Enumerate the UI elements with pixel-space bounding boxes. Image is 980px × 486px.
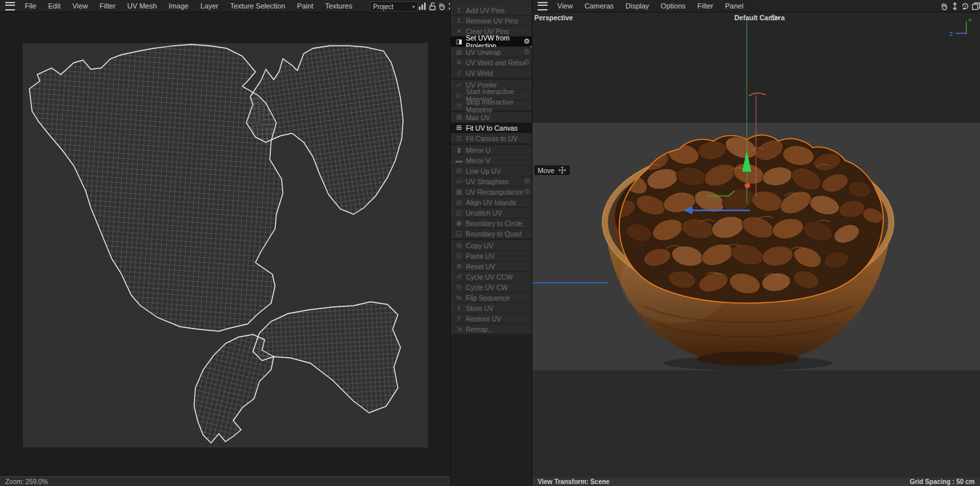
hand-icon[interactable] [939,1,949,11]
uv-wireframe [23,43,428,447]
gear-icon[interactable]: ⚙ [523,58,530,67]
menu-texture-selection[interactable]: Texture Selection [224,2,291,10]
clear-icon: ✕ [455,27,463,35]
uv-cmd-boundary-to-circle[interactable]: ◉Boundary to Circle [451,218,532,228]
menu-layer[interactable]: Layer [195,2,225,10]
uv-cmd-add-uv-pins[interactable]: ↥Add UV Pins [451,5,532,15]
uv-texture-canvas[interactable] [23,43,428,447]
camera-icon[interactable] [771,14,779,21]
weld-icon: ▯ [455,69,463,76]
menu-options[interactable]: Options [655,2,691,10]
gizmo-origin-handle [745,183,750,188]
menu-file[interactable]: File [19,2,42,10]
axis-z-label: Z [949,31,953,37]
straighten-icon: ▭ [455,178,463,185]
maximize-view-icon[interactable] [971,1,980,11]
uv-cmd-restore-uv[interactable]: ⇑Restore UV [451,314,532,323]
uv-cmd-reset-uv[interactable]: ⊗Reset UV [451,261,532,271]
move-cross-icon [558,166,566,174]
gear-icon[interactable]: ⚙ [523,37,530,46]
gear-icon[interactable]: ⚙ [523,187,530,196]
uv-cmd-fit-canvas-to-uv[interactable]: ⊡Fit Canvas to UV [451,133,532,143]
menu-cameras[interactable]: Cameras [579,2,620,10]
projection-label: Perspective [534,14,573,22]
menu-view[interactable]: View [551,2,579,10]
uv-island-body[interactable] [29,44,283,331]
uv-cmd-cycle-uv-cw[interactable]: ↻Cycle UV CW [451,282,532,292]
rectangularize-icon: ▦ [455,188,463,195]
unlock-icon[interactable] [428,1,438,11]
move-tool-chip[interactable]: Move [534,165,570,175]
uv-cmd-uv-weld[interactable]: ▯UV Weld [451,68,532,78]
menu-panel[interactable]: Panel [719,2,749,10]
play-icon: ▷ [455,91,463,99]
uv-cmd-mirror-v[interactable]: ▬Mirror V [451,155,532,165]
uv-cmd-remove-uv-pins[interactable]: ↧Remove UV Pins [451,16,532,25]
menu-filter[interactable]: Filter [93,2,121,10]
reset-icon: ⊗ [455,263,463,270]
fit-uv-icon: ⊞ [455,124,463,131]
weld-relax-icon: ≋ [455,59,463,66]
panel-menu-icon[interactable] [5,2,15,10]
uv-cmd-max-uv[interactable]: ⊠Max UV [451,112,532,122]
menu-filter[interactable]: Filter [691,2,719,10]
uv-island-leg[interactable] [253,302,400,413]
pin-remove-icon: ↧ [455,17,463,24]
flip-icon: ⇆ [455,294,463,301]
histogram-icon[interactable] [417,1,427,11]
uv-cmd-line-up-uv[interactable]: ⊟Line Up UV [451,166,532,176]
menu-edit[interactable]: Edit [42,2,67,10]
uv-cmd-remap[interactable]: ⇲Remap... [451,324,532,334]
menu-image[interactable]: Image [163,2,195,10]
uv-cmd-unstitch-uv[interactable]: ◫Unstitch UV [451,208,532,218]
max-uv-icon: ⊠ [455,114,463,121]
rotate-view-icon[interactable] [960,1,970,11]
unstitch-icon: ◫ [455,209,463,216]
pin-add-icon: ↥ [455,7,463,14]
menu-uv-mesh[interactable]: UV Mesh [122,2,163,10]
menu-view[interactable]: View [67,2,94,10]
uv-cmd-stop-interactive-mapping[interactable]: ◷Stop Interactive Mapping [451,101,532,110]
pan-vertical-icon[interactable] [950,1,960,11]
project-selector[interactable]: Project ▾ [370,1,418,12]
uv-cmd-cycle-uv-ccw[interactable]: ↺Cycle UV CCW [451,272,532,282]
chevron-down-icon: ▾ [412,4,415,10]
stop-clock-icon: ◷ [455,102,463,109]
axis-orientation-gizmo[interactable]: Z Y [948,16,978,40]
uv-editor-canvas[interactable] [0,12,450,476]
uv-cmd-boundary-to-quad[interactable]: ◱Boundary to Quad [451,229,532,238]
boundary-circle-icon: ◉ [455,219,463,227]
gear-icon[interactable]: ⚙ [523,48,530,56]
gear-icon[interactable]: ⚙ [523,177,530,186]
uv-cmd-paste-uv[interactable]: ⎘Paste UV [451,251,532,261]
mirror-u-icon: ▮ [455,146,463,154]
uv-cmd-flip-sequence[interactable]: ⇆Flip Sequence [451,293,532,302]
align-islands-icon: ◎ [455,199,463,206]
viewport-render [532,12,980,478]
mirror-v-icon: ▬ [455,157,463,164]
copy-icon: ⧉ [455,242,463,250]
unwrap-icon: ▤ [455,48,463,56]
uv-cmd-copy-uv[interactable]: ⧉Copy UV [451,240,532,250]
uv-cmd-uv-rectangularize[interactable]: ▦UV Rectangularize⚙ [451,187,532,197]
panel-drag-handle[interactable] [451,0,532,5]
perspective-viewport[interactable]: Perspective Default Camera Move Z Y [532,12,980,478]
rotate-cw-icon: ↻ [455,284,463,291]
uv-cmd-set-uvw-from-projection[interactable]: ◨Set UVW from Projection⚙ [451,37,532,46]
uv-cmd-uv-unwrap[interactable]: ▤UV Unwrap⚙ [451,47,532,57]
uv-cmd-align-uv-islands[interactable]: ◎Align UV Islands [451,197,532,207]
paste-icon: ⎘ [455,252,463,260]
fit-canvas-icon: ⊡ [455,135,463,142]
uv-cmd-store-uv[interactable]: ⇓Store UV [451,303,532,313]
panel-menu-icon[interactable] [538,2,547,10]
menu-paint[interactable]: Paint [291,2,319,10]
menu-display[interactable]: Display [619,2,655,10]
uv-cmd-fit-uv-to-canvas[interactable]: ⊞Fit UV to Canvas [451,123,532,133]
uv-cmd-mirror-u[interactable]: ▮Mirror U [451,145,532,155]
peeler-icon: ▱ [455,81,463,88]
uv-cmd-uv-weld-and-relax[interactable]: ≋UV Weld and Relax⚙ [451,57,532,67]
menu-textures[interactable]: Textures [319,2,359,10]
uv-cmd-uv-straighten[interactable]: ▭UV Straighten⚙ [451,176,532,186]
restore-icon: ⇑ [455,315,463,322]
zoom-level-text: Zoom: 259.0% [5,478,48,485]
